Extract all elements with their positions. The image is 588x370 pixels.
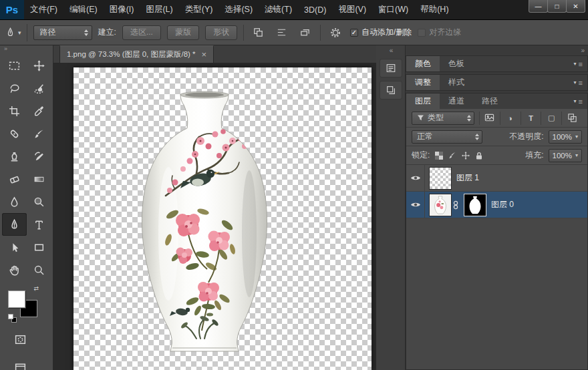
- make-selection-button[interactable]: 选区...: [122, 25, 161, 40]
- lock-transparency-icon[interactable]: [434, 151, 444, 160]
- eyedropper-tool[interactable]: [27, 100, 51, 122]
- minimize-button[interactable]: —: [529, 0, 548, 13]
- lock-pixels-icon[interactable]: [448, 151, 457, 160]
- layer-mask-thumbnail[interactable]: [464, 194, 486, 216]
- blend-mode-dropdown[interactable]: 正常: [412, 130, 482, 144]
- toolbar-bottom: [8, 328, 53, 370]
- visibility-toggle[interactable]: [406, 165, 425, 191]
- layer-thumbnail[interactable]: [429, 194, 452, 216]
- crop-tool[interactable]: [2, 100, 27, 122]
- maximize-button[interactable]: □: [547, 0, 567, 13]
- rectangle-shape-tool[interactable]: [27, 236, 51, 258]
- tool-mode-dropdown[interactable]: 路径: [33, 25, 92, 40]
- path-alignment-icon[interactable]: [273, 25, 291, 40]
- tab-adjustments[interactable]: 调整: [406, 75, 440, 90]
- dodge-tool[interactable]: [27, 190, 51, 213]
- filter-adjustment-layers-icon[interactable]: ◑: [500, 112, 521, 125]
- filter-kind-value: 类型: [428, 112, 464, 124]
- tool-preset-picker[interactable]: ▾: [5, 24, 27, 41]
- foreground-color-swatch[interactable]: [8, 291, 25, 308]
- tab-channels[interactable]: 通道: [440, 94, 473, 109]
- move-tool[interactable]: [27, 54, 51, 77]
- swap-colors-icon[interactable]: ⇄: [33, 285, 39, 292]
- unchecked-checkbox-icon[interactable]: [418, 29, 426, 37]
- fill-dropdown[interactable]: 100% ▾: [549, 149, 582, 162]
- mask-link-icon[interactable]: [453, 200, 458, 210]
- collapsed-properties-panel-icon[interactable]: [380, 81, 402, 100]
- gradient-tool[interactable]: [27, 168, 51, 190]
- lock-buttons: [434, 151, 484, 160]
- filter-smart-object-layers-icon[interactable]: [561, 112, 582, 125]
- make-shape-button[interactable]: 形状: [205, 25, 237, 40]
- rect-marquee-tool[interactable]: [2, 54, 27, 77]
- history-brush-tool[interactable]: [27, 145, 51, 168]
- panel-menu-icon[interactable]: ▾≡: [574, 75, 587, 90]
- tab-paths[interactable]: 路径: [473, 94, 506, 109]
- filter-type-layers-icon[interactable]: T: [521, 112, 541, 125]
- path-arrangement-icon[interactable]: [297, 25, 314, 40]
- menu-select[interactable]: 选择(S): [218, 0, 259, 19]
- gear-icon[interactable]: [327, 25, 344, 40]
- lock-all-icon[interactable]: [474, 151, 484, 160]
- filter-pixel-layers-icon[interactable]: [479, 112, 500, 125]
- panel-menu-icon[interactable]: ▾≡: [574, 56, 587, 71]
- path-selection-tool[interactable]: [2, 236, 27, 258]
- canvas-workspace[interactable]: [53, 63, 376, 370]
- expand-panels-icon[interactable]: «: [376, 45, 405, 55]
- quick-mask-button[interactable]: [8, 328, 33, 351]
- tab-styles[interactable]: 样式: [440, 75, 473, 90]
- menu-layer[interactable]: 图层(L): [140, 0, 178, 19]
- layer-filter-kind-dropdown[interactable]: 类型: [412, 112, 474, 125]
- checked-checkbox-icon[interactable]: ✓: [350, 29, 358, 37]
- layer-row-1[interactable]: 图层 1: [406, 165, 587, 192]
- menu-window[interactable]: 窗口(W): [372, 0, 414, 19]
- quick-selection-tool[interactable]: [27, 77, 51, 100]
- lasso-tool[interactable]: [2, 77, 27, 100]
- toolbar-collapse-icon[interactable]: »: [0, 45, 53, 54]
- pen-tool[interactable]: [2, 213, 27, 236]
- make-mask-button[interactable]: 蒙版: [167, 25, 199, 40]
- layer-row-0[interactable]: 图层 0: [406, 192, 587, 218]
- collapsed-history-panel-icon[interactable]: [380, 59, 402, 77]
- brush-tool[interactable]: [27, 122, 51, 145]
- layer-name[interactable]: 图层 0: [491, 199, 514, 210]
- document-canvas[interactable]: [74, 67, 372, 370]
- document-tab[interactable]: 1.png @ 73.3% (图层 0, 图层蒙版/8) * ×: [59, 45, 214, 63]
- tab-color[interactable]: 颜色: [406, 56, 440, 71]
- menu-edit[interactable]: 编辑(E): [63, 0, 104, 19]
- opacity-dropdown[interactable]: 100% ▾: [549, 130, 582, 144]
- visibility-toggle[interactable]: [406, 192, 425, 218]
- menu-type[interactable]: 类型(Y): [179, 0, 219, 19]
- panel-menu-icon[interactable]: ▾≡: [574, 94, 587, 109]
- filter-shape-layers-icon[interactable]: ▢: [541, 112, 561, 125]
- close-tab-icon[interactable]: ×: [202, 50, 207, 59]
- align-edges-option[interactable]: 对齐边缘: [418, 27, 461, 38]
- type-tool[interactable]: [27, 213, 51, 236]
- clone-stamp-tool[interactable]: [2, 145, 27, 168]
- menu-help[interactable]: 帮助(H): [414, 0, 454, 19]
- eraser-tool[interactable]: [2, 168, 27, 190]
- blur-tool[interactable]: [2, 190, 27, 213]
- menu-file[interactable]: 文件(F): [24, 0, 63, 19]
- tab-swatches[interactable]: 色板: [440, 56, 473, 71]
- menu-3d[interactable]: 3D(D): [298, 0, 332, 19]
- layer-thumbnail[interactable]: [429, 167, 452, 190]
- menu-filter[interactable]: 滤镜(T): [259, 0, 298, 19]
- lock-position-icon[interactable]: [461, 151, 470, 160]
- spinner-icon: [84, 29, 88, 36]
- collapse-panels-icon[interactable]: »: [406, 45, 588, 55]
- default-colors-icon[interactable]: [8, 314, 17, 323]
- healing-brush-tool[interactable]: [2, 122, 27, 145]
- hand-tool[interactable]: [2, 258, 27, 281]
- path-operations-icon[interactable]: [250, 25, 267, 40]
- close-button[interactable]: ✕: [566, 0, 585, 13]
- layer-filter-row: 类型 ◑ T ▢: [406, 109, 587, 128]
- collapsed-panels-strip: «: [376, 45, 406, 370]
- layer-name[interactable]: 图层 1: [456, 172, 479, 184]
- menu-view[interactable]: 视图(V): [332, 0, 372, 19]
- screen-mode-button[interactable]: [8, 356, 33, 370]
- auto-add-delete-option[interactable]: ✓ 自动添加/删除: [350, 27, 412, 38]
- tab-layers[interactable]: 图层: [406, 94, 440, 109]
- zoom-tool[interactable]: [27, 258, 51, 281]
- menu-image[interactable]: 图像(I): [104, 0, 140, 19]
